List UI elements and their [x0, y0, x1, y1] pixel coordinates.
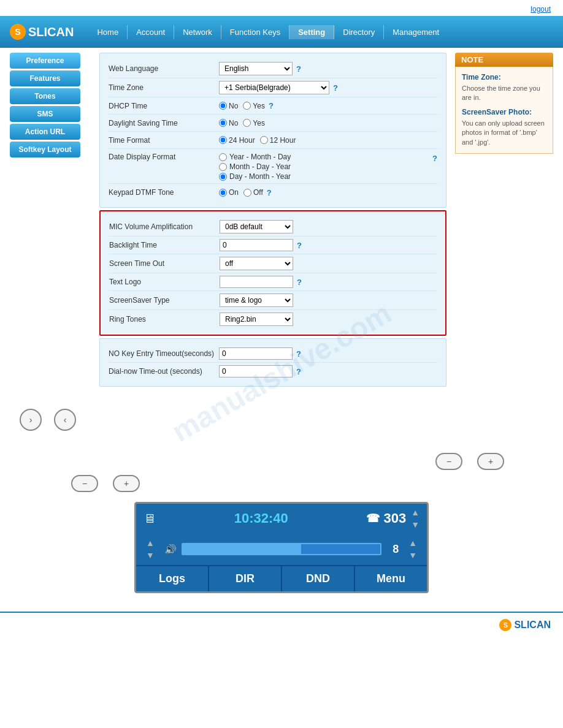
note-timezone-title: Time Zone:: [462, 73, 546, 82]
volume-number: 8: [393, 543, 399, 556]
radio-date-dmy[interactable]: Day - Month - Year: [219, 172, 291, 181]
nav-home[interactable]: Home: [88, 25, 128, 39]
control-screensaver-type: time & logo: [220, 294, 437, 307]
sidebar-item-softkey-layout[interactable]: Softkey Layout: [10, 142, 80, 157]
select-ring-tones[interactable]: Ring2.bin: [220, 313, 293, 326]
softkey-logs[interactable]: Logs: [136, 566, 209, 591]
control-dial-timeout: ?: [219, 365, 437, 377]
note-screensaver-text: You can only upload screen photos in for…: [462, 119, 546, 147]
volume-minus-top[interactable]: −: [435, 453, 462, 470]
input-text-logo[interactable]: [220, 276, 293, 288]
radio-dst-yes[interactable]: Yes: [243, 119, 265, 127]
control-dtmf: On Off ?: [219, 188, 437, 197]
control-dst: No Yes: [219, 119, 437, 127]
radio-dtmf-on[interactable]: On: [219, 188, 239, 197]
help-backlight[interactable]: ?: [297, 241, 302, 250]
softkey-dir[interactable]: DIR: [209, 566, 282, 591]
radio-dhcp-time: No Yes: [219, 102, 265, 110]
form-row-screensaver-type: ScreenSaver Type time & logo: [109, 291, 437, 310]
form-row-dhcp-time: DHCP Time No Yes ?: [109, 97, 437, 115]
radio-date-mdy[interactable]: Month - Day - Year: [219, 162, 291, 171]
nav-bar: Home Account Network Function Keys Setti…: [88, 25, 553, 39]
select-time-zone[interactable]: +1 Serbia(Belgrade): [219, 81, 329, 94]
footer-logo: S SLICAN: [499, 619, 551, 631]
volume-plus-top[interactable]: +: [477, 453, 504, 470]
radio-12hr[interactable]: 12 Hour: [260, 136, 296, 145]
phone-display: 🖥 10:32:40 ☎ 303 ▲ ▼ ▲ ▼ 🔊: [134, 502, 429, 593]
nav-management[interactable]: Management: [384, 25, 448, 39]
help-no-key-timeout[interactable]: ?: [296, 349, 301, 358]
phone-ext-number: 303: [383, 510, 406, 526]
label-screensaver-type: ScreenSaver Type: [109, 296, 220, 305]
header: S SLICAN Home Account Network Function K…: [0, 16, 563, 48]
help-text-logo[interactable]: ?: [297, 278, 302, 287]
nav-function-keys[interactable]: Function Keys: [221, 25, 289, 39]
sidebar-item-action-url[interactable]: Action URL: [10, 124, 80, 140]
input-dial-timeout[interactable]: [219, 365, 293, 377]
volume-fill: [183, 544, 301, 554]
input-backlight[interactable]: [220, 239, 293, 251]
control-screen-timeout: off: [220, 257, 437, 270]
nav-network[interactable]: Network: [174, 25, 221, 39]
form-section-main: Web Language English ? Time Zone +1 Serb…: [99, 53, 446, 208]
help-dhcp-time[interactable]: ?: [269, 101, 274, 110]
sidebar-item-sms[interactable]: SMS: [10, 106, 80, 122]
radio-dst-no[interactable]: No: [219, 119, 238, 127]
radio-24hr[interactable]: 24 Hour: [219, 136, 255, 145]
volume-bar: 8: [182, 543, 381, 555]
label-web-language: Web Language: [109, 64, 219, 73]
help-date-format[interactable]: ?: [432, 154, 437, 163]
form-section-highlighted: MIC Volume Amplification 0dB default Bac…: [99, 210, 446, 336]
volume-minus-bottom[interactable]: −: [71, 475, 98, 492]
nav-directory[interactable]: Directory: [334, 25, 384, 39]
softkey-menu[interactable]: Menu: [355, 566, 427, 591]
select-web-language[interactable]: English: [219, 62, 293, 75]
sidebar-item-preference[interactable]: Preference: [10, 53, 80, 69]
label-time-format: Time Format: [109, 136, 219, 145]
label-dst: Daylight Saving Time: [109, 119, 219, 127]
help-dtmf[interactable]: ?: [267, 188, 272, 197]
label-no-key-timeout: NO Key Entry Timeout(seconds): [109, 349, 219, 358]
phone-ext: ☎ 303: [366, 510, 406, 526]
logout-link[interactable]: logout: [530, 5, 551, 13]
phone-outer: 🖥 10:32:40 ☎ 303 ▲ ▼ ▲ ▼ 🔊: [128, 502, 435, 593]
radio-dhcp-yes[interactable]: Yes: [243, 102, 265, 110]
select-screen-timeout[interactable]: off: [220, 257, 293, 270]
radio-date-ymd[interactable]: Year - Month - Day: [219, 153, 291, 161]
label-mic-volume: MIC Volume Amplification: [109, 222, 220, 231]
control-date-format: Year - Month - Day Month - Day - Year Da…: [219, 153, 432, 181]
sidebar-item-tones[interactable]: Tones: [10, 88, 80, 104]
select-mic-volume[interactable]: 0dB default: [220, 220, 293, 233]
form-row-web-language: Web Language English ?: [109, 59, 437, 78]
volume-controls-top: − +: [10, 453, 553, 470]
help-time-zone[interactable]: ?: [333, 83, 338, 93]
form-row-mic-volume: MIC Volume Amplification 0dB default: [109, 218, 437, 237]
forward-arrow-btn[interactable]: ›: [20, 409, 42, 431]
input-no-key-timeout[interactable]: [219, 347, 293, 360]
select-screensaver-type[interactable]: time & logo: [220, 294, 293, 307]
back-arrow-btn[interactable]: ‹: [54, 409, 76, 431]
label-dial-timeout: Dial-now Time-out (seconds): [109, 367, 219, 376]
control-no-key-timeout: ?: [219, 347, 437, 360]
phone-time: 10:32:40: [156, 510, 366, 526]
content-area: Web Language English ? Time Zone +1 Serb…: [90, 53, 446, 387]
control-time-format: 24 Hour 12 Hour: [219, 136, 437, 145]
radio-dhcp-no[interactable]: No: [219, 102, 238, 110]
main-layout: Preference Features Tones SMS Action URL…: [10, 48, 553, 387]
phone-screen-icon: 🖥: [144, 512, 156, 526]
sidebar-item-features[interactable]: Features: [10, 70, 80, 86]
nav-account[interactable]: Account: [128, 25, 174, 39]
softkey-dnd[interactable]: DND: [282, 566, 355, 591]
help-web-language[interactable]: ?: [296, 64, 301, 74]
logout-bar: logout: [0, 0, 563, 16]
radio-dtmf-off[interactable]: Off: [243, 188, 263, 197]
label-screen-timeout: Screen Time Out: [109, 259, 220, 268]
nav-setting[interactable]: Setting: [289, 25, 334, 39]
help-dial-timeout[interactable]: ?: [296, 367, 301, 376]
form-section-bottom: NO Key Entry Timeout(seconds) ? Dial-now…: [99, 338, 446, 387]
volume-plus-bottom[interactable]: +: [113, 475, 140, 492]
control-mic-volume: 0dB default: [220, 220, 437, 233]
nav-arrows-section: › ‹: [20, 399, 543, 441]
logo: S SLICAN: [10, 24, 74, 40]
radio-time-format: 24 Hour 12 Hour: [219, 136, 296, 145]
